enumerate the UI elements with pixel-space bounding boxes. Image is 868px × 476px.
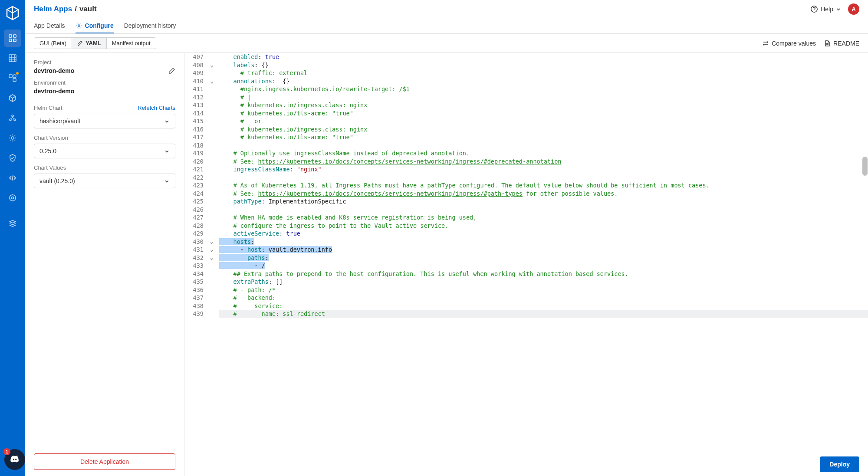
nav-resource-browser[interactable] <box>4 69 21 87</box>
edit-project-button[interactable] <box>168 67 175 74</box>
tab-app-details[interactable]: App Details <box>34 19 65 33</box>
fold-toggle[interactable]: ⌄ <box>208 246 216 254</box>
config-panel: Project devtron-demo Environment devtron… <box>25 53 184 476</box>
chart-values-label: Chart Values <box>34 164 175 171</box>
env-value: devtron-demo <box>34 88 175 95</box>
swap-icon <box>762 40 769 47</box>
yaml-editor[interactable]: 4074084094104114124134144154164174184194… <box>184 53 868 452</box>
project-value: devtron-demo <box>34 67 74 74</box>
svg-rect-2 <box>9 39 12 42</box>
svg-point-15 <box>78 25 80 26</box>
tab-deployment-history[interactable]: Deployment history <box>124 19 176 33</box>
svg-point-11 <box>11 137 14 139</box>
nav-cluster[interactable] <box>4 109 21 127</box>
seg-manifest[interactable]: Manifest output <box>106 38 156 49</box>
badge-dot-icon <box>16 72 19 75</box>
svg-rect-5 <box>9 75 12 78</box>
topbar: Helm Apps / vault Help A <box>25 0 868 18</box>
pencil-icon <box>77 40 83 46</box>
nav-gear[interactable] <box>4 189 21 207</box>
env-label: Environment <box>34 79 175 86</box>
delete-application-button[interactable]: Delete Application <box>34 453 175 470</box>
editor-scrollbar-thumb[interactable] <box>862 157 868 176</box>
nav-apps[interactable] <box>4 30 21 47</box>
avatar[interactable]: A <box>848 3 859 15</box>
chart-version-select[interactable]: 0.25.0 <box>34 144 175 158</box>
breadcrumb-sep: / <box>75 5 77 13</box>
discord-badge: 1 <box>3 448 10 455</box>
gear-icon <box>76 22 82 29</box>
svg-point-8 <box>12 115 13 117</box>
editor-code[interactable]: enabled: true labels: {} # traffic: exte… <box>216 53 868 452</box>
refetch-charts-link[interactable]: Refetch Charts <box>138 105 175 111</box>
project-label: Project <box>34 59 175 66</box>
compare-values-button[interactable]: Compare values <box>762 40 816 47</box>
discord-button[interactable]: 1 <box>4 449 25 470</box>
helm-chart-select[interactable]: hashicorp/vault <box>34 114 175 128</box>
nav-cube[interactable] <box>4 89 21 107</box>
tabs: App Details Configure Deployment history <box>25 18 868 34</box>
svg-point-13 <box>10 195 16 201</box>
editor-scrollbar[interactable] <box>862 53 868 452</box>
svg-rect-1 <box>13 35 16 37</box>
fold-toggle[interactable]: ⌄ <box>208 254 216 262</box>
chart-values-select[interactable]: vault (0.25.0) <box>34 174 175 188</box>
nav-grid[interactable] <box>4 49 21 67</box>
seg-gui[interactable]: GUI (Beta) <box>34 38 72 49</box>
svg-rect-4 <box>9 55 16 62</box>
svg-rect-0 <box>9 35 12 37</box>
svg-point-7 <box>13 75 16 78</box>
view-toggle: GUI (Beta) YAML Manifest output <box>34 37 156 49</box>
nav-code[interactable] <box>4 169 21 187</box>
helm-chart-label: Helm Chart <box>34 105 62 111</box>
pencil-icon <box>168 67 175 74</box>
deploy-button[interactable]: Deploy <box>820 456 859 472</box>
breadcrumb-current: vault <box>79 5 97 13</box>
chart-version-label: Chart Version <box>34 135 175 141</box>
chevron-down-icon <box>836 7 841 12</box>
help-icon <box>810 5 818 13</box>
editor-wrap: 4074084094104114124134144154164174184194… <box>184 53 868 476</box>
subtabs-row: GUI (Beta) YAML Manifest output Compare … <box>25 34 868 53</box>
chevron-down-icon <box>164 148 170 154</box>
editor-fold-column: ⌄⌄⌄⌄⌄ <box>208 53 216 452</box>
nav-stack[interactable] <box>4 215 21 232</box>
fold-toggle[interactable]: ⌄ <box>208 61 216 69</box>
chevron-down-icon <box>164 118 170 124</box>
help-button[interactable]: Help <box>810 5 841 13</box>
fold-toggle[interactable]: ⌄ <box>208 77 216 85</box>
svg-point-12 <box>12 197 14 199</box>
document-icon <box>824 40 831 47</box>
editor-gutter: 4074084094104114124134144154164174184194… <box>184 53 208 452</box>
fold-toggle[interactable]: ⌄ <box>208 238 216 246</box>
svg-rect-6 <box>13 79 16 82</box>
editor-footer: Deploy <box>184 452 868 476</box>
readme-button[interactable]: README <box>824 40 859 47</box>
tab-configure[interactable]: Configure <box>76 19 114 33</box>
left-nav: 1 <box>0 0 25 476</box>
breadcrumb-root[interactable]: Helm Apps <box>34 5 72 13</box>
nav-divider <box>7 212 19 212</box>
nav-settings[interactable] <box>4 129 21 147</box>
seg-yaml[interactable]: YAML <box>72 38 106 49</box>
chevron-down-icon <box>164 178 170 184</box>
svg-rect-3 <box>13 39 16 42</box>
breadcrumb: Helm Apps / vault <box>34 5 97 13</box>
devtron-logo[interactable] <box>5 5 20 21</box>
nav-shield[interactable] <box>4 149 21 167</box>
